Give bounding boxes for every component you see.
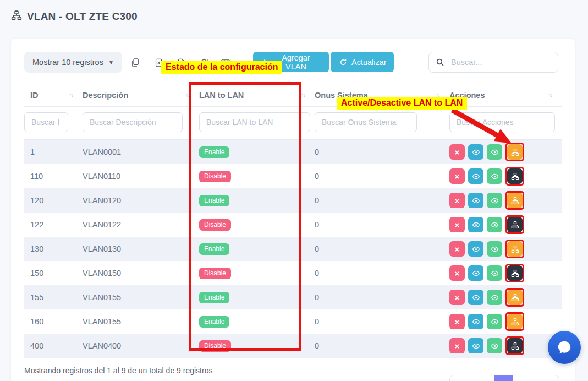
table-row: 110 VLAN0110 Disable 0 × [24,164,562,188]
copy-icon[interactable] [129,57,141,69]
view-onus-button[interactable] [487,338,502,353]
view-button[interactable] [468,144,483,160]
delete-button[interactable]: × [449,241,465,257]
cell-acciones: × [449,285,562,309]
sort-icon[interactable]: ↑↓ [185,91,189,98]
filter-onus-sistema-input[interactable] [315,112,417,132]
lan-toggle-button[interactable] [507,265,523,281]
cell-acciones: × [449,140,562,165]
lan-toggle-button[interactable] [507,290,523,305]
table-row: 1 VLAN0001 Enable 0 × [24,140,562,165]
delete-button[interactable]: × [449,193,465,208]
view-button[interactable] [468,193,483,208]
status-badge: Disable [199,340,231,352]
view-onus-button[interactable] [487,217,502,232]
filter-acciones-input[interactable] [449,112,555,132]
cell-id: 155 [24,285,83,309]
col-header-lan-to-lan[interactable]: LAN to LAN↑↓ [199,84,315,107]
eye-icon [491,318,499,326]
eye-icon [491,172,499,181]
refresh-table-button[interactable]: Actualizar [331,52,394,72]
table-body: 1 VLAN0001 Enable 0 × [24,140,562,358]
delete-x-icon: × [455,269,460,278]
sort-icon[interactable]: ↑↓ [301,91,305,98]
sort-icon[interactable]: ↑↓ [548,91,552,98]
lan-toggle-button[interactable] [507,217,523,232]
cell-descripcion: VLAN0110 [83,164,199,188]
cell-acciones: × [449,164,562,188]
lan-toggle-button[interactable] [507,241,523,257]
filter-lan-to-lan-input[interactable] [199,112,310,132]
view-button[interactable] [468,241,483,257]
view-onus-button[interactable] [487,193,502,208]
view-onus-button[interactable] [487,144,502,160]
status-badge: Disable [199,219,231,231]
delete-button[interactable]: × [449,144,465,160]
view-onus-button[interactable] [487,241,502,257]
status-badge: Enable [199,146,229,158]
status-badge: Disable [199,171,231,182]
cell-id: 150 [24,261,83,285]
cell-descripcion: VLAN0400 [83,334,199,358]
view-onus-button[interactable] [487,314,502,329]
cell-acciones: × [449,213,562,237]
annotation-box-lan-toggle [505,264,524,282]
col-header-id[interactable]: ID↑↓ [24,84,83,107]
lan-toggle-button[interactable] [507,144,523,160]
filter-descripcion-input[interactable] [83,112,183,132]
sitemap-icon [511,197,519,205]
eye-icon [491,245,499,253]
table-row: 155 VLAN0155 Enable 0 × [24,285,562,309]
page-length-label: Mostrar 10 registros [32,58,103,67]
sitemap-icon [511,172,519,181]
cell-descripcion: VLAN0001 [83,140,199,165]
lan-toggle-button[interactable] [507,314,523,329]
delete-button[interactable]: × [449,265,465,281]
page-length-select[interactable]: Mostrar 10 registros ▼ [24,52,122,73]
col-header-descripcion[interactable]: Descripción↑↓ [83,84,199,107]
cell-id: 130 [24,237,83,261]
eye-icon [491,342,499,350]
cell-lan-to-lan: Disable [199,261,315,285]
lan-toggle-button[interactable] [507,193,523,208]
annotation-box-lan-toggle [505,288,524,307]
view-button[interactable] [468,314,483,329]
view-button[interactable] [468,338,483,353]
view-button[interactable] [468,265,483,281]
status-badge: Enable [199,316,229,328]
cell-onus-sistema: 0 [315,213,449,237]
view-onus-button[interactable] [487,265,502,281]
view-onus-button[interactable] [487,290,502,305]
table-row: 120 VLAN0120 Enable 0 × [24,188,562,213]
view-button[interactable] [468,168,483,184]
page-active-button[interactable] [494,375,513,381]
refresh-icon [339,58,347,66]
sort-icon[interactable]: ↑↓ [69,91,73,98]
page-title: VLAN - OLT ZTE C300 [27,10,138,23]
cell-id: 160 [24,309,83,334]
delete-button[interactable]: × [449,290,465,305]
filter-id-input[interactable] [24,112,68,132]
delete-button[interactable]: × [449,338,465,353]
lan-toggle-button[interactable] [507,338,523,353]
view-onus-button[interactable] [487,168,502,184]
cell-acciones: × [449,237,562,261]
table-row: 130 VLAN0130 Enable 0 × [24,237,562,261]
delete-button[interactable]: × [449,217,465,232]
cell-onus-sistema: 0 [315,140,449,165]
view-button[interactable] [468,217,483,232]
table-row: 150 VLAN0150 Disable 0 × [24,261,562,285]
cell-onus-sistema: 0 [315,188,449,213]
cell-lan-to-lan: Enable [199,188,315,213]
chat-button[interactable] [548,331,581,364]
annotation-config-state: Estado de la configuración [161,61,282,74]
delete-button[interactable]: × [449,314,465,329]
delete-button[interactable]: × [449,168,465,184]
annotation-box-lan-toggle [505,240,524,258]
lan-toggle-button[interactable] [507,168,523,184]
view-button[interactable] [468,290,483,305]
search-input[interactable] [450,57,555,67]
pagination[interactable] [449,375,559,381]
eye-icon [491,293,499,302]
sitemap-icon [511,269,519,277]
